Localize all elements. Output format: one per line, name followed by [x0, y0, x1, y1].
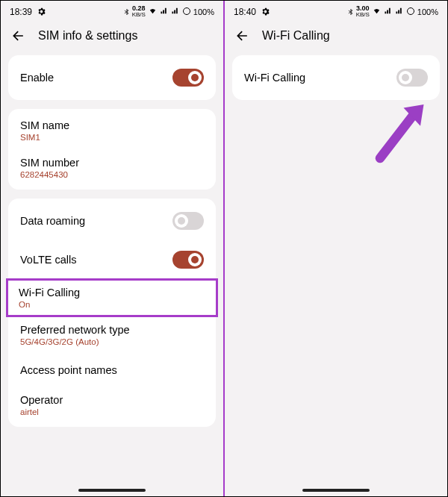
data-speed: 0.28KB/S: [132, 5, 146, 18]
phone-right: 18:40 3.00KB/S 100% Wi-Fi Calling: [225, 1, 447, 496]
signal-icon-2: [395, 7, 404, 16]
sim-number-row[interactable]: SIM number 6282445430: [8, 149, 216, 187]
data-roaming-row[interactable]: Data roaming: [8, 201, 216, 240]
status-time: 18:40: [234, 7, 256, 17]
svg-point-0: [183, 7, 190, 14]
sim-number-label: SIM number: [20, 157, 204, 169]
volte-label: VoLTE calls: [20, 254, 77, 266]
wifi-calling-label: Wi-Fi Calling: [19, 287, 205, 298]
wifi-calling-row[interactable]: Wi-Fi Calling: [232, 58, 440, 97]
sim-name-label: SIM name: [20, 119, 204, 131]
status-bar: 18:40 3.00KB/S 100%: [225, 1, 447, 21]
phone-left: 18:39 0.28KB/S 100% SIM info & settings: [1, 1, 223, 496]
enable-card: Enable: [8, 55, 216, 100]
wifi-calling-sub: On: [19, 300, 205, 309]
pref-network-label: Preferred network type: [20, 324, 204, 336]
battery-pct: 100%: [417, 7, 438, 16]
wifi-icon: [372, 7, 382, 16]
battery-icon: [406, 7, 415, 17]
gear-icon: [261, 7, 270, 16]
sim-info-card: SIM name SIM1 SIM number 6282445430: [8, 109, 216, 190]
data-roaming-toggle[interactable]: [172, 212, 204, 230]
bluetooth-icon: [347, 7, 354, 16]
nav-handle[interactable]: [78, 489, 146, 492]
back-icon[interactable]: [11, 28, 26, 43]
apn-row[interactable]: Access point names: [8, 354, 216, 387]
sim-number-value: 6282445430: [20, 170, 204, 179]
svg-point-1: [407, 7, 414, 14]
apn-label: Access point names: [20, 364, 204, 376]
wifi-calling-card: Wi-Fi Calling: [232, 55, 440, 100]
sim-name-row[interactable]: SIM name SIM1: [8, 112, 216, 149]
wifi-icon: [148, 7, 158, 16]
wifi-calling-toggle[interactable]: [396, 69, 428, 87]
pref-network-row[interactable]: Preferred network type 5G/4G/3G/2G (Auto…: [8, 316, 216, 354]
sim-name-value: SIM1: [20, 133, 204, 142]
operator-label: Operator: [20, 394, 204, 406]
operator-sub: airtel: [20, 407, 204, 416]
page-title: Wi-Fi Calling: [262, 29, 330, 43]
enable-label: Enable: [20, 72, 54, 84]
page-title: SIM info & settings: [38, 29, 137, 43]
page-header: Wi-Fi Calling: [225, 21, 447, 55]
wifi-calling-row[interactable]: Wi-Fi Calling On: [7, 279, 217, 316]
pref-network-sub: 5G/4G/3G/2G (Auto): [20, 337, 204, 346]
battery-icon: [182, 7, 191, 17]
back-icon[interactable]: [235, 28, 250, 43]
data-roaming-label: Data roaming: [20, 215, 85, 227]
enable-toggle[interactable]: [172, 69, 204, 87]
volte-row[interactable]: VoLTE calls: [8, 240, 216, 279]
status-time: 18:39: [10, 7, 32, 17]
battery-pct: 100%: [193, 7, 214, 16]
operator-row[interactable]: Operator airtel: [8, 387, 216, 424]
page-header: SIM info & settings: [1, 21, 223, 55]
wifi-calling-label: Wi-Fi Calling: [244, 72, 305, 84]
network-card: Data roaming VoLTE calls Wi-Fi Calling O…: [8, 199, 216, 427]
signal-icon: [160, 7, 169, 16]
volte-toggle[interactable]: [172, 251, 204, 269]
signal-icon: [384, 7, 393, 16]
enable-row[interactable]: Enable: [8, 58, 216, 97]
status-bar: 18:39 0.28KB/S 100%: [1, 1, 223, 21]
data-speed: 3.00KB/S: [356, 5, 370, 18]
nav-handle[interactable]: [302, 489, 370, 492]
signal-icon-2: [171, 7, 180, 16]
bluetooth-icon: [123, 7, 130, 16]
gear-icon: [37, 7, 46, 16]
